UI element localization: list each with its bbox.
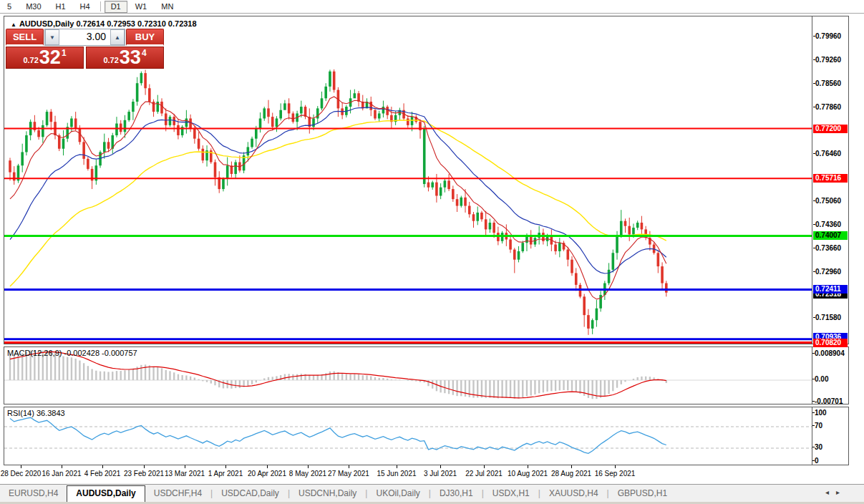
chart-tab-gbpusd[interactable]: GBPUSD,H1 (609, 486, 676, 502)
candle (271, 117, 274, 127)
candle (148, 88, 151, 102)
date-tick-mark (308, 465, 309, 468)
rsi-label: RSI(14) 36.3843 (7, 409, 65, 417)
date-tick-mark (267, 465, 268, 468)
volume-decrease-button[interactable]: ▼ (45, 29, 59, 45)
chart-tab-bar: EURUSD,H4AUDUSD,DailyUSDCHF,H4|USDCAD,Da… (0, 484, 864, 502)
chart-tab-eurusd[interactable]: EURUSD,H4 (0, 486, 67, 502)
sell-button[interactable]: SELL (6, 29, 44, 46)
volume-stepper: ▼ 3.00 ▲ (44, 29, 125, 46)
candle (628, 226, 631, 235)
timeframe-toolbar: 5M30H1H4D1W1MN (0, 0, 864, 14)
candle (665, 284, 668, 293)
candle (312, 118, 315, 127)
collapse-triangle-icon[interactable]: ▲ (11, 21, 16, 28)
candle (423, 129, 426, 184)
tab-scroll-arrows[interactable]: ◂▸ (825, 488, 847, 496)
chart-tab-usdcad[interactable]: USDCAD,Daily (213, 486, 288, 502)
candle (127, 112, 130, 120)
candle (329, 72, 331, 87)
candle (497, 233, 500, 241)
candle (411, 117, 414, 125)
candle (13, 173, 16, 181)
candle (636, 223, 639, 228)
candle (103, 142, 106, 152)
candle (251, 139, 253, 147)
candle (440, 188, 442, 196)
candle (25, 135, 28, 152)
candle (259, 118, 262, 128)
sell-price-panel[interactable]: 0.72 32 1 (6, 47, 84, 69)
date-axis[interactable]: 28 Dec 202016 Jan 20214 Feb 202123 Feb 2… (4, 465, 849, 481)
date-tick-mark (62, 465, 62, 468)
timeframe-button-h4[interactable]: H4 (74, 1, 97, 13)
candle (198, 139, 200, 149)
price-badge: 0.74007 (813, 231, 848, 240)
candle (542, 233, 545, 241)
date-tick-label: 16 Sep 2021 (595, 470, 636, 478)
date-tick-mark (144, 465, 145, 468)
tab-scroll-left-icon[interactable]: ◂ (825, 488, 836, 496)
candle (591, 320, 594, 329)
candle (144, 73, 147, 88)
price-axis-tick: 0.72960 (815, 268, 851, 276)
candle (177, 125, 180, 135)
candle (46, 112, 49, 125)
buy-button[interactable]: BUY (126, 29, 164, 46)
candle (632, 228, 635, 234)
date-tick-mark (185, 465, 185, 468)
rsi-panel[interactable]: RSI(14) 36.3843 (4, 407, 849, 465)
indicator-axis-tick: 100 (815, 409, 827, 417)
buy-price-panel[interactable]: 0.72 33 4 (86, 47, 164, 69)
chart-tab-xauusd[interactable]: XAUUSD,H4 (540, 486, 607, 502)
candle (575, 273, 578, 284)
candle (518, 251, 520, 260)
timeframe-button-mn[interactable]: MN (155, 1, 180, 13)
candle (382, 107, 385, 113)
chart-tab-ukoil[interactable]: UKOil,Daily (367, 486, 428, 502)
candle (596, 309, 598, 320)
chart-tab-audusd[interactable]: AUDUSD,Daily (67, 485, 145, 502)
candle (513, 250, 516, 260)
candle (50, 112, 53, 122)
candle (480, 213, 483, 219)
candle (354, 93, 356, 98)
timeframe-button-m30[interactable]: M30 (19, 1, 47, 13)
candle (444, 180, 447, 187)
candle (263, 108, 266, 118)
candle (554, 245, 557, 251)
chart-tab-usdx[interactable]: USDX,H1 (484, 486, 538, 502)
date-tick-mark (528, 465, 528, 468)
price-axis-tick: 0.76460 (815, 150, 851, 158)
date-tick-label: 13 Mar 2021 (165, 470, 205, 478)
chart-tab-usdchf[interactable]: USDCHF,H4 (145, 486, 210, 502)
tab-scroll-right-icon[interactable]: ▸ (836, 488, 847, 496)
timeframe-button-5[interactable]: 5 (1, 1, 18, 13)
buy-price-big: 33 (120, 48, 141, 67)
candle (521, 243, 524, 251)
candle (456, 199, 459, 205)
candle (386, 107, 389, 115)
volume-increase-button[interactable]: ▲ (110, 29, 125, 45)
date-tick-label: 1 Apr 2021 (208, 470, 243, 478)
candle (107, 142, 110, 148)
candle (185, 118, 188, 127)
candle (169, 117, 172, 125)
candle (234, 163, 237, 174)
price-axis-tick: 0.77860 (815, 103, 851, 111)
indicator-axis-tick: 70 (815, 422, 822, 430)
chart-tab-dj30[interactable]: DJ30,H1 (431, 486, 482, 502)
date-tick-mark (571, 465, 572, 468)
timeframe-button-w1[interactable]: W1 (129, 1, 154, 13)
candle (267, 108, 270, 117)
volume-input[interactable]: 3.00 (59, 29, 110, 45)
candle (279, 110, 282, 119)
timeframe-button-h1[interactable]: H1 (49, 1, 72, 13)
candle (222, 179, 225, 189)
indicator-axis-tick: -0.00701 (815, 397, 843, 405)
chart-tab-usdcnh[interactable]: USDCNH,Daily (290, 486, 365, 502)
macd-panel[interactable]: MACD(12,26,9) -0.002428 -0.000757 (4, 346, 849, 404)
date-tick-mark (21, 465, 21, 468)
sell-price-small: 0.72 (23, 56, 38, 64)
timeframe-button-d1[interactable]: D1 (105, 1, 127, 13)
